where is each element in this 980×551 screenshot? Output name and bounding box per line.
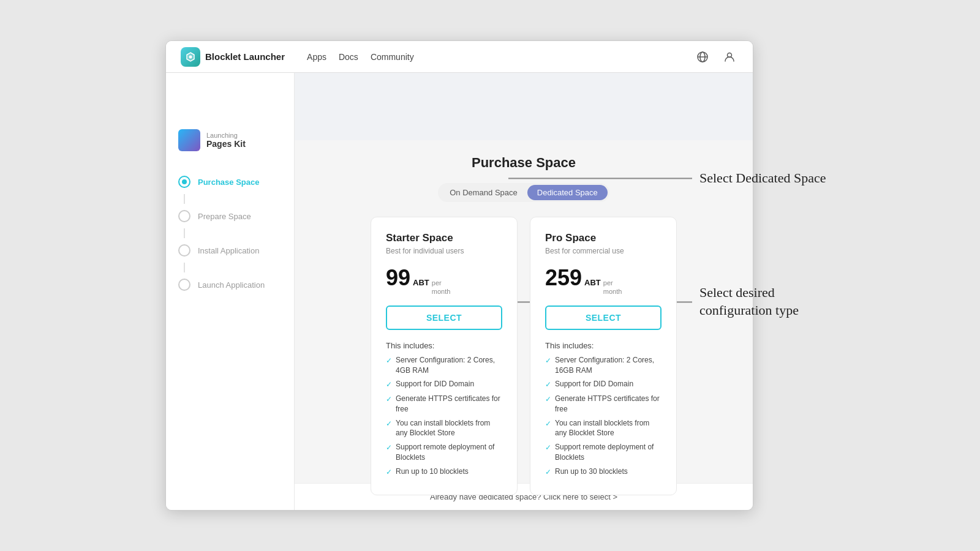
sidebar-item-install-app[interactable]: Install Application (166, 238, 294, 263)
content-area: Purchase Space On Demand Space Dedicated… (295, 140, 753, 509)
feature-text: You can install blocklets from any Block… (396, 418, 502, 439)
step-label-prepare: Prepare Space (198, 212, 251, 221)
sidebar-item-purchase-space[interactable]: Purchase Space (166, 170, 294, 194)
pro-includes-title: This includes: (545, 341, 662, 350)
check-icon: ✓ (545, 419, 551, 429)
nav-link-apps[interactable]: Apps (307, 52, 326, 62)
starter-card-subtitle: Best for individual users (386, 247, 502, 255)
app-name: Pages Kit (206, 139, 246, 149)
check-icon: ✓ (386, 394, 392, 405)
space-type-toggle[interactable]: On Demand Space Dedicated Space (438, 183, 609, 202)
starter-price-number: 99 (386, 265, 410, 291)
step-circle-install (178, 244, 190, 257)
feature-text: Server Configuration: 2 Cores, 16GB RAM (555, 355, 662, 376)
toggle-dedicated[interactable]: Dedicated Space (527, 185, 608, 200)
nav-bar: Blocklet Launcher Apps Docs Community (166, 41, 753, 73)
toggle-area: On Demand Space Dedicated Space (314, 183, 733, 202)
list-item: ✓ Server Configuration: 2 Cores, 16GB RA… (545, 355, 662, 376)
starter-includes-title: This includes: (386, 341, 502, 350)
sidebar: Launching Pages Kit Purchase Space Prepa… (166, 73, 295, 509)
pro-space-card: Pro Space Best for commercial use 259 AB… (530, 217, 677, 495)
toggle-on-demand[interactable]: On Demand Space (440, 185, 527, 200)
starter-card-title: Starter Space (386, 232, 502, 244)
list-item: ✓ You can install blocklets from any Blo… (386, 418, 502, 439)
feature-text: Support for DID Domain (396, 379, 474, 389)
list-item: ✓ Generate HTTPS certificates for free (545, 394, 662, 414)
step-label-install: Install Application (198, 246, 259, 255)
sidebar-app-info: Launching Pages Kit (166, 122, 294, 163)
step-connector-3 (184, 263, 185, 272)
step-label-launch: Launch Application (198, 280, 265, 290)
logo-text: Blocklet Launcher (205, 51, 285, 62)
step-label-purchase: Purchase Space (198, 178, 259, 187)
check-icon: ✓ (545, 356, 551, 366)
app-icon (178, 129, 200, 151)
browser-window: Blocklet Launcher Apps Docs Community (165, 40, 753, 510)
pro-price-period: permonth (603, 279, 622, 295)
svg-point-0 (189, 55, 192, 58)
step-circle-purchase (178, 176, 190, 188)
nav-icons (694, 48, 738, 66)
feature-text: Support remote deployment of Blocklets (396, 442, 502, 463)
nav-links: Apps Docs Community (307, 52, 414, 62)
feature-text: Run up to 30 blocklets (555, 467, 628, 477)
app-launching-label: Launching (206, 132, 246, 139)
step-circle-launch (178, 279, 190, 291)
pro-price-unit: ABT (584, 278, 601, 287)
feature-text: Generate HTTPS certificates for free (396, 394, 502, 414)
check-icon: ✓ (545, 394, 551, 405)
check-icon: ✓ (386, 419, 392, 429)
list-item: ✓ Run up to 30 blocklets (545, 467, 662, 478)
main-content: Launching Pages Kit Purchase Space Prepa… (166, 73, 753, 509)
starter-space-card: Starter Space Best for individual users … (371, 217, 518, 495)
starter-price-row: 99 ABT permonth (386, 265, 502, 295)
starter-price-unit: ABT (413, 278, 429, 287)
feature-text: Support remote deployment of Blocklets (555, 442, 662, 463)
sidebar-steps: Purchase Space Prepare Space Install App… (166, 163, 294, 303)
check-icon: ✓ (545, 467, 551, 478)
starter-price-period: permonth (432, 279, 451, 295)
list-item: ✓ You can install blocklets from any Blo… (545, 418, 662, 439)
check-icon: ✓ (386, 380, 392, 390)
step-connector-2 (184, 228, 185, 238)
sidebar-item-launch-app[interactable]: Launch Application (166, 272, 294, 297)
step-circle-prepare (178, 210, 190, 222)
step-connector-1 (184, 194, 185, 204)
starter-feature-list: ✓ Server Configuration: 2 Cores, 4GB RAM… (386, 355, 502, 478)
list-item: ✓ Generate HTTPS certificates for free (386, 394, 502, 414)
check-icon: ✓ (386, 356, 392, 366)
feature-text: You can install blocklets from any Block… (555, 418, 662, 439)
list-item: ✓ Run up to 10 blocklets (386, 467, 502, 478)
check-icon: ✓ (386, 443, 392, 453)
logo-icon (181, 47, 200, 67)
pro-card-subtitle: Best for commercial use (545, 247, 662, 255)
pro-feature-list: ✓ Server Configuration: 2 Cores, 16GB RA… (545, 355, 662, 478)
list-item: ✓ Server Configuration: 2 Cores, 4GB RAM (386, 355, 502, 376)
nav-link-community[interactable]: Community (371, 52, 414, 62)
list-item: ✓ Support for DID Domain (386, 379, 502, 390)
app-info-text: Launching Pages Kit (206, 132, 246, 149)
user-icon[interactable] (721, 48, 738, 66)
page-title: Purchase Space (314, 155, 733, 171)
pro-price-row: 259 ABT permonth (545, 265, 662, 295)
feature-text: Support for DID Domain (555, 379, 633, 389)
pro-select-button[interactable]: SELECT (545, 305, 662, 330)
feature-text: Run up to 10 blocklets (396, 467, 469, 477)
nav-logo: Blocklet Launcher (181, 47, 285, 67)
feature-text: Server Configuration: 2 Cores, 4GB RAM (396, 355, 502, 376)
feature-text: Generate HTTPS certificates for free (555, 394, 662, 414)
check-icon: ✓ (386, 467, 392, 478)
starter-select-button[interactable]: SELECT (386, 305, 502, 330)
pro-card-title: Pro Space (545, 232, 662, 244)
globe-icon[interactable] (694, 48, 711, 66)
list-item: ✓ Support remote deployment of Blocklets (545, 442, 662, 463)
check-icon: ✓ (545, 380, 551, 390)
pro-price-number: 259 (545, 265, 582, 291)
pricing-cards: Starter Space Best for individual users … (314, 217, 733, 495)
check-icon: ✓ (545, 443, 551, 453)
sidebar-item-prepare-space[interactable]: Prepare Space (166, 204, 294, 228)
nav-link-docs[interactable]: Docs (339, 52, 358, 62)
list-item: ✓ Support for DID Domain (545, 379, 662, 390)
list-item: ✓ Support remote deployment of Blocklets (386, 442, 502, 463)
